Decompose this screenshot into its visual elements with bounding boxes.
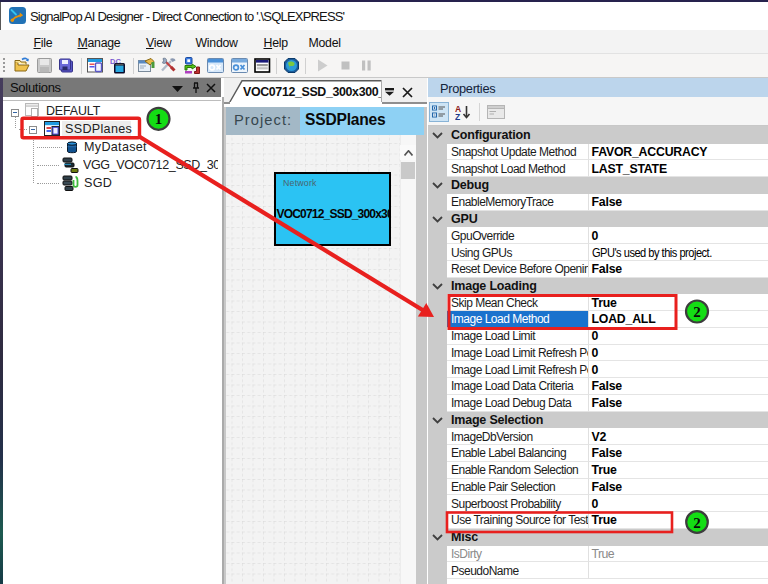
svg-text:Z: Z — [455, 112, 460, 121]
